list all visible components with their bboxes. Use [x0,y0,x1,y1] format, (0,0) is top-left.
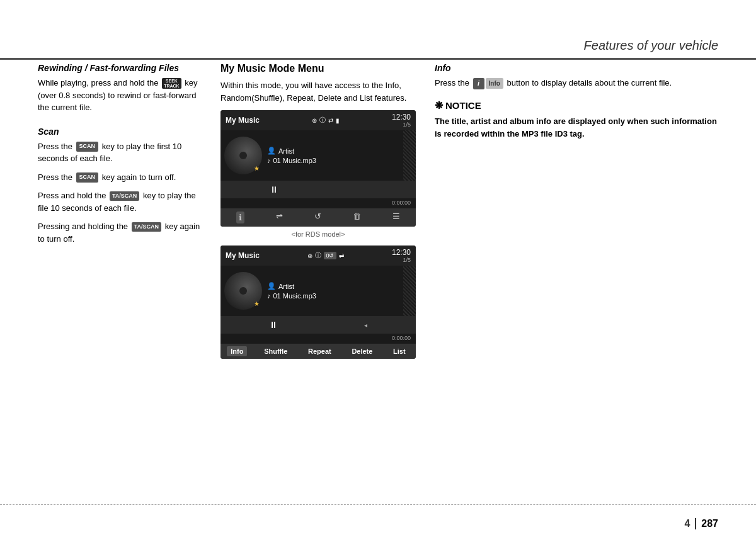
my-music-body: Within this mode, you will have access t… [220,79,416,104]
screen2-artist: 👤 Artist [267,282,412,290]
screen-mockup-2: My Music ⊛ ⓘ 0↺ ⇄ 12:30 1/5 ★ [220,246,416,359]
rewind-body: While playing, press and hold the SEEK T… [38,77,202,114]
decorative-pattern [403,130,416,181]
screen2-title: My Music [226,251,260,260]
seek-track-key: SEEK TRACK [162,78,181,89]
notice-title: ❋ NOTICE [435,99,718,111]
screen2-track-info: 👤 Artist ♪ 01 Music.mp3 [267,282,412,300]
page-num: 287 [701,518,718,529]
menu-info-button[interactable]: Info [227,346,247,356]
page-header-title: Features of your vehicle [584,38,718,53]
chapter-number: 4 [684,518,696,529]
battery-icon: ▮ [336,117,340,124]
screen-mockup-1: My Music ⊛ ⓘ ⇄ ▮ 12:30 1/5 ★ [220,110,416,227]
info-bottom-icon[interactable]: ℹ [236,212,244,223]
prev-track-ctrl: ◂ [364,322,367,329]
screen1-album-art: ★ [224,137,262,174]
decorative-pattern-2 [403,266,416,316]
screen1-filename: ♪ 01 Music.mp3 [267,157,412,164]
header: Features of your vehicle [0,0,756,60]
note-icon: ♪ [267,157,271,164]
scan-key-2: SCAN [76,172,99,183]
screen1-time: 12:30 [392,113,411,121]
shuffle-icon-2: ⊛ [307,252,312,259]
right-column: Info Press the i Info button to display … [428,63,718,501]
screen2-body: ★ 👤 Artist ♪ 01 Music.mp3 [220,266,416,316]
star-icon: ★ [254,165,260,172]
screen2-album-inner [239,287,247,295]
shuffle-icon: ⊛ [312,117,317,124]
menu-delete-button[interactable]: Delete [348,346,376,356]
menu-shuffle-button[interactable]: Shuffle [260,346,291,356]
note-icon-2: ♪ [267,292,271,300]
pause-button[interactable]: ⏸ [270,184,278,195]
screen2-icons: ⊛ ⓘ 0↺ ⇄ [307,251,343,260]
screen1-album-inner [239,152,247,159]
footer: 4 287 [0,504,756,542]
screen2-album-art: ★ [224,272,262,310]
notice-star-icon: ❋ [435,99,443,111]
notice-text: The title, artist and album info are dis… [435,115,718,142]
tascan-key-2: TA/SCAN [132,222,161,232]
scan-section-title: Scan [38,127,202,137]
screen1-time-display: 0:00:00 [220,198,416,208]
screen1-time-track: 12:30 1/5 [392,113,411,128]
notice-box: ❋ NOTICE The title, artist and album inf… [435,99,718,142]
screen2-controls: ⏸ ◂ [220,316,416,334]
person-icon-2: 👤 [267,282,276,290]
delete-bottom-icon[interactable]: 🗑 [353,212,361,223]
screen2-header: My Music ⊛ ⓘ 0↺ ⇄ 12:30 1/5 [220,246,416,266]
person-icon: 👤 [267,147,276,155]
info-body: Press the i Info button to display detai… [435,77,718,89]
info-i-icon: i [473,78,484,89]
pause-button-2[interactable]: ⏸ [269,320,278,330]
screen1-controls: ⏸ [220,181,416,198]
info-button-inline: i Info [473,78,503,89]
tascan-p1: Press and hold the TA/SCAN key to play t… [38,189,202,214]
screen1-header: My Music ⊛ ⓘ ⇄ ▮ 12:30 1/5 [220,110,416,130]
screen2-time-display: 0:00:00 [220,334,416,344]
info-section-title: Info [435,63,718,73]
tascan-key-1: TA/SCAN [110,191,139,201]
repeat-bottom-icon[interactable]: ↺ [314,212,321,223]
screen2-time: 12:30 [392,248,411,257]
screen1-body: ★ 👤 Artist ♪ 01 Music.mp3 [220,130,416,181]
scan-section: Scan Press the SCAN key to play the firs… [38,127,202,246]
screen2-filename: ♪ 01 Music.mp3 [267,292,412,300]
screen1-icons: ⊛ ⓘ ⇄ ▮ [312,116,340,125]
scan-key-1: SCAN [76,142,99,152]
screen1-track-info: 👤 Artist ♪ 01 Music.mp3 [267,147,412,164]
screen1-artist: 👤 Artist [267,147,412,155]
screen1-title: My Music [226,116,260,125]
screen1-tracknum: 1/5 [392,121,411,128]
connect-icon-2: ⇄ [339,252,344,259]
star-icon-2: ★ [254,300,260,307]
info-circle-icon-2: ⓘ [315,251,321,260]
tascan-p2: Pressing and holding the TA/SCAN key aga… [38,220,202,245]
main-content: Rewinding / Fast-forwarding Files While … [38,63,718,501]
connect-icon: ⇄ [328,117,333,124]
screen2-time-track: 12:30 1/5 [392,248,411,263]
screen2-tracknum: 1/5 [392,257,411,263]
rewind-text1: While playing, press and hold the [38,78,159,88]
screen1-bottom-icons: ℹ ⇌ ↺ 🗑 ☰ [220,208,416,227]
menu-list-button[interactable]: List [389,346,410,356]
scan-p1: Press the SCAN key to play the first 10 … [38,140,202,165]
page-number: 4 287 [684,518,718,529]
screen2-menu-bar: Info Shuffle Repeat Delete List [220,344,416,359]
mid-column: My Music Mode Menu Within this mode, you… [214,63,428,501]
repeat-active-icon: 0↺ [324,252,336,259]
info-circle-icon: ⓘ [319,116,326,125]
scan-p2: Press the SCAN key again to turn off. [38,171,202,184]
shuffle-bottom-icon[interactable]: ⇌ [276,212,283,223]
rewind-section-title: Rewinding / Fast-forwarding Files [38,63,202,73]
screen1-caption: <for RDS model> [220,230,416,238]
my-music-section-title: My Music Mode Menu [220,63,416,74]
info-label-badge: Info [486,78,503,89]
left-column: Rewinding / Fast-forwarding Files While … [38,63,214,501]
menu-repeat-button[interactable]: Repeat [304,346,335,356]
list-bottom-icon[interactable]: ☰ [392,212,400,223]
